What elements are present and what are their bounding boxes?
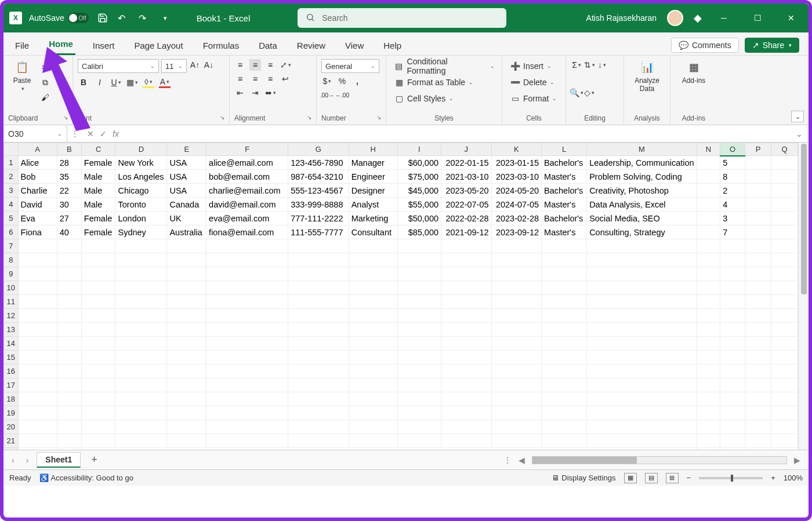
tab-home[interactable]: Home bbox=[46, 34, 75, 55]
grid-cell[interactable]: Data Analysis, Excel bbox=[587, 198, 697, 212]
decrease-indent-icon[interactable]: ⇤ bbox=[234, 87, 246, 99]
grid-cell[interactable]: UK bbox=[167, 212, 206, 225]
grid-cell[interactable] bbox=[542, 448, 587, 450]
grid-cell[interactable]: 2023-09-12 bbox=[491, 225, 542, 239]
grid-cell[interactable] bbox=[397, 351, 441, 365]
grid-cell[interactable] bbox=[349, 309, 397, 323]
grid-cell[interactable] bbox=[697, 337, 720, 351]
grid-cell[interactable] bbox=[587, 309, 697, 323]
grid-cell[interactable]: 777-111-2222 bbox=[288, 212, 349, 225]
grid-cell[interactable] bbox=[587, 253, 697, 267]
grid-cell[interactable] bbox=[720, 281, 745, 295]
grid-cell[interactable]: 111-555-7777 bbox=[288, 225, 349, 239]
grid-cell[interactable] bbox=[81, 267, 115, 281]
grid-cell[interactable] bbox=[720, 253, 745, 267]
grid-cell[interactable] bbox=[542, 351, 587, 365]
column-header[interactable]: Q bbox=[771, 143, 798, 156]
grid-cell[interactable]: 5 bbox=[720, 156, 745, 170]
grid-cell[interactable] bbox=[697, 239, 720, 253]
grid-cell[interactable] bbox=[288, 253, 349, 267]
formula-input[interactable] bbox=[125, 127, 785, 140]
sheet-tab-sheet1[interactable]: Sheet1 bbox=[37, 452, 81, 468]
grid-cell[interactable] bbox=[697, 420, 720, 434]
grid-cell[interactable]: 2021-03-10 bbox=[441, 170, 492, 184]
grid-cell[interactable] bbox=[542, 309, 587, 323]
grid-cell[interactable] bbox=[349, 337, 397, 351]
delete-cells-button[interactable]: ➖Delete⌄ bbox=[507, 75, 557, 89]
grid-cell[interactable] bbox=[542, 365, 587, 378]
grid-cell[interactable]: Master's bbox=[542, 198, 587, 212]
grid-cell[interactable]: 987-654-3210 bbox=[288, 170, 349, 184]
column-header[interactable]: P bbox=[745, 143, 771, 156]
grid-cell[interactable] bbox=[206, 267, 288, 281]
grid-cell[interactable] bbox=[115, 392, 167, 406]
grid-cell[interactable] bbox=[81, 420, 115, 434]
grid-cell[interactable] bbox=[771, 184, 798, 198]
grid-cell[interactable]: 2024-05-20 bbox=[491, 184, 542, 198]
grid-cell[interactable] bbox=[81, 309, 115, 323]
grid-cell[interactable] bbox=[167, 337, 206, 351]
align-left-icon[interactable]: ≡ bbox=[234, 73, 246, 85]
grid-cell[interactable]: Consulting, Strategy bbox=[587, 225, 697, 239]
grid-cell[interactable] bbox=[206, 351, 288, 365]
grid-cell[interactable] bbox=[57, 406, 81, 420]
tab-view[interactable]: View bbox=[343, 36, 366, 55]
grid-cell[interactable] bbox=[441, 253, 492, 267]
align-bottom-icon[interactable]: ≡ bbox=[264, 59, 276, 71]
tab-data[interactable]: Data bbox=[256, 36, 280, 55]
grid-cell[interactable]: Analyst bbox=[349, 198, 397, 212]
grid-cell[interactable] bbox=[18, 295, 57, 309]
grid-cell[interactable] bbox=[441, 378, 492, 392]
row-header[interactable]: 15 bbox=[4, 351, 19, 365]
grid-cell[interactable] bbox=[771, 295, 798, 309]
grid-cell[interactable] bbox=[697, 434, 720, 448]
grid-cell[interactable] bbox=[288, 267, 349, 281]
grid-cell[interactable] bbox=[397, 448, 441, 450]
grid-cell[interactable] bbox=[697, 295, 720, 309]
grid-cell[interactable] bbox=[441, 323, 492, 337]
grid-cell[interactable]: $60,000 bbox=[397, 156, 441, 170]
grid-cell[interactable]: New York bbox=[115, 156, 167, 170]
grid-cell[interactable] bbox=[167, 239, 206, 253]
grid-cell[interactable] bbox=[542, 378, 587, 392]
grid-cell[interactable] bbox=[288, 239, 349, 253]
grid-cell[interactable] bbox=[288, 406, 349, 420]
clipboard-launcher-icon[interactable]: ↘ bbox=[63, 114, 68, 122]
grid-cell[interactable] bbox=[745, 198, 771, 212]
close-button[interactable]: ✕ bbox=[780, 13, 803, 23]
tab-review[interactable]: Review bbox=[295, 36, 328, 55]
comma-icon[interactable]: , bbox=[351, 75, 363, 87]
grid-cell[interactable] bbox=[288, 420, 349, 434]
grid-cell[interactable] bbox=[115, 406, 167, 420]
sheet-nav-prev-icon[interactable]: ‹ bbox=[8, 456, 18, 465]
column-header[interactable]: G bbox=[288, 143, 349, 156]
grid-cell[interactable] bbox=[397, 392, 441, 406]
grid-cell[interactable] bbox=[771, 420, 798, 434]
row-header[interactable]: 9 bbox=[4, 267, 19, 281]
grid-cell[interactable] bbox=[720, 378, 745, 392]
grid-cell[interactable]: Toronto bbox=[115, 198, 167, 212]
view-page-layout-icon[interactable]: ▤ bbox=[645, 473, 658, 483]
grid-cell[interactable] bbox=[491, 434, 542, 448]
redo-icon[interactable]: ↷▾ bbox=[137, 11, 151, 25]
grid-cell[interactable] bbox=[771, 225, 798, 239]
grid-cell[interactable] bbox=[57, 323, 81, 337]
tab-page-layout[interactable]: Page Layout bbox=[132, 36, 185, 55]
grid-cell[interactable]: 30 bbox=[57, 198, 81, 212]
font-color-icon[interactable]: A▾ bbox=[159, 76, 171, 88]
grid-cell[interactable] bbox=[491, 295, 542, 309]
grid-cell[interactable]: 2023-05-20 bbox=[441, 184, 492, 198]
column-header[interactable]: N bbox=[697, 143, 720, 156]
grid-cell[interactable] bbox=[349, 281, 397, 295]
grid-cell[interactable] bbox=[491, 420, 542, 434]
grid-cell[interactable] bbox=[167, 309, 206, 323]
grid-cell[interactable] bbox=[18, 309, 57, 323]
grid-cell[interactable] bbox=[397, 281, 441, 295]
grid-cell[interactable]: 2022-07-05 bbox=[441, 198, 492, 212]
grid-cell[interactable]: $45,000 bbox=[397, 184, 441, 198]
row-header[interactable]: 17 bbox=[4, 378, 19, 392]
search-input[interactable]: Search bbox=[298, 8, 506, 28]
column-header[interactable]: K bbox=[491, 143, 542, 156]
row-header[interactable]: 16 bbox=[4, 365, 19, 378]
grid-cell[interactable] bbox=[697, 198, 720, 212]
